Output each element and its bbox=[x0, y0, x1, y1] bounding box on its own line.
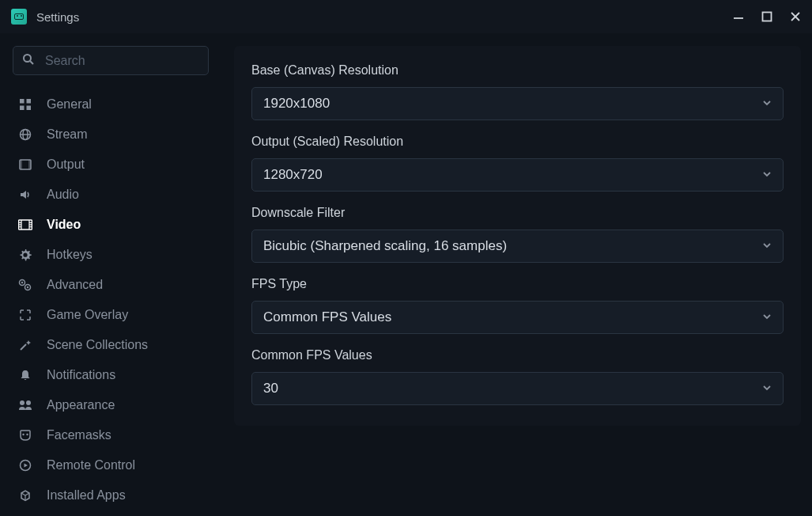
sidebar-item-audio[interactable]: Audio bbox=[13, 180, 209, 210]
sidebar-item-label: Audio bbox=[47, 188, 79, 202]
search-icon bbox=[22, 53, 35, 69]
sidebar-item-label: Appearance bbox=[47, 398, 115, 412]
select-value: 30 bbox=[263, 381, 762, 396]
sidebar-item-output[interactable]: Output bbox=[13, 150, 209, 180]
svg-point-26 bbox=[21, 282, 23, 283]
sidebar-item-installed-apps[interactable]: Installed Apps bbox=[13, 480, 209, 510]
select-base-resolution[interactable]: 1920x1080 bbox=[251, 87, 784, 120]
play-icon bbox=[17, 459, 33, 472]
sidebar-item-advanced[interactable]: Advanced bbox=[13, 270, 209, 300]
sidebar-item-label: Remote Control bbox=[47, 458, 135, 472]
chevron-down-icon bbox=[762, 238, 772, 254]
sidebar-item-label: Hotkeys bbox=[47, 248, 93, 262]
sidebar-item-label: Notifications bbox=[47, 368, 115, 382]
svg-point-33 bbox=[26, 434, 28, 435]
svg-rect-8 bbox=[20, 106, 25, 111]
volume-icon bbox=[17, 188, 33, 201]
svg-point-4 bbox=[24, 55, 31, 62]
select-value: Bicubic (Sharpened scaling, 16 samples) bbox=[263, 238, 762, 254]
maximize-button[interactable] bbox=[761, 11, 772, 22]
chevron-down-icon bbox=[762, 381, 772, 396]
search-wrap bbox=[13, 46, 209, 75]
sidebar-item-label: Video bbox=[47, 218, 81, 232]
svg-point-28 bbox=[27, 286, 28, 288]
field-label-base-res: Base (Canvas) Resolution bbox=[251, 63, 784, 78]
gear-icon bbox=[17, 249, 33, 261]
select-value: 1920x1080 bbox=[263, 96, 762, 112]
film-icon bbox=[17, 158, 33, 171]
select-output-resolution[interactable]: 1280x720 bbox=[251, 158, 784, 192]
overlay-icon bbox=[17, 309, 33, 321]
gears-icon bbox=[17, 279, 33, 291]
sidebar-item-label: Installed Apps bbox=[47, 488, 126, 503]
close-button[interactable] bbox=[790, 11, 801, 22]
svg-line-5 bbox=[30, 61, 33, 64]
select-value: Common FPS Values bbox=[263, 309, 762, 325]
users-icon bbox=[17, 399, 33, 412]
svg-rect-7 bbox=[27, 99, 32, 104]
chevron-down-icon bbox=[762, 309, 772, 325]
select-downscale-filter[interactable]: Bicubic (Sharpened scaling, 16 samples) bbox=[251, 230, 784, 263]
sidebar-item-appearance[interactable]: Appearance bbox=[13, 390, 209, 420]
wand-icon bbox=[17, 339, 33, 351]
content: Base (Canvas) Resolution 1920x1080 Outpu… bbox=[221, 33, 812, 516]
field-label-fps-type: FPS Type bbox=[251, 277, 784, 291]
sidebar-item-label: Game Overlay bbox=[47, 308, 128, 322]
box-icon bbox=[17, 489, 33, 502]
sidebar-item-remote-control[interactable]: Remote Control bbox=[13, 450, 209, 480]
grid-icon bbox=[17, 98, 33, 111]
video-panel: Base (Canvas) Resolution 1920x1080 Outpu… bbox=[234, 46, 801, 426]
sidebar-item-hotkeys[interactable]: Hotkeys bbox=[13, 240, 209, 270]
window-controls bbox=[733, 11, 801, 22]
sidebar-item-video[interactable]: Video bbox=[13, 210, 209, 240]
sidebar-item-label: Advanced bbox=[47, 278, 103, 292]
sidebar-item-label: Scene Collections bbox=[47, 338, 148, 352]
field-label-downscale: Downscale Filter bbox=[251, 206, 784, 220]
main: General Stream Output Audio Video bbox=[0, 33, 812, 516]
sidebar-item-label: Facemasks bbox=[47, 428, 111, 442]
minimize-button[interactable] bbox=[733, 11, 744, 22]
svg-rect-1 bbox=[763, 13, 772, 21]
sidebar-item-notifications[interactable]: Notifications bbox=[13, 360, 209, 390]
svg-line-29 bbox=[21, 344, 26, 350]
maximize-icon bbox=[761, 11, 772, 22]
sidebar: General Stream Output Audio Video bbox=[0, 33, 221, 516]
svg-rect-9 bbox=[27, 106, 32, 111]
close-icon bbox=[790, 11, 801, 22]
minimize-icon bbox=[733, 11, 744, 22]
window-title: Settings bbox=[36, 10, 723, 24]
select-value: 1280x720 bbox=[263, 167, 762, 183]
chevron-down-icon bbox=[762, 96, 772, 112]
sidebar-item-label: Stream bbox=[47, 127, 88, 142]
bell-icon bbox=[17, 369, 33, 381]
svg-rect-15 bbox=[28, 160, 31, 169]
sidebar-item-label: General bbox=[47, 97, 92, 112]
app-icon bbox=[11, 9, 27, 25]
svg-point-31 bbox=[26, 400, 31, 405]
globe-icon bbox=[17, 128, 33, 141]
select-fps-type[interactable]: Common FPS Values bbox=[251, 301, 784, 334]
select-common-fps[interactable]: 30 bbox=[251, 372, 784, 405]
mask-icon bbox=[17, 429, 33, 442]
sidebar-item-general[interactable]: General bbox=[13, 89, 209, 120]
video-icon bbox=[17, 218, 33, 231]
svg-rect-14 bbox=[20, 160, 22, 169]
search-input[interactable] bbox=[13, 46, 209, 75]
sidebar-item-facemasks[interactable]: Facemasks bbox=[13, 420, 209, 450]
field-label-output-res: Output (Scaled) Resolution bbox=[251, 135, 784, 149]
chevron-down-icon bbox=[762, 167, 772, 183]
sidebar-item-scene-collections[interactable]: Scene Collections bbox=[13, 330, 209, 360]
sidebar-item-label: Output bbox=[47, 157, 85, 172]
svg-point-30 bbox=[20, 400, 25, 405]
sidebar-item-game-overlay[interactable]: Game Overlay bbox=[13, 300, 209, 330]
field-label-common-fps: Common FPS Values bbox=[251, 348, 784, 362]
svg-rect-6 bbox=[20, 99, 25, 104]
sidebar-item-stream[interactable]: Stream bbox=[13, 120, 209, 150]
svg-point-32 bbox=[22, 434, 24, 435]
titlebar: Settings bbox=[0, 0, 812, 33]
